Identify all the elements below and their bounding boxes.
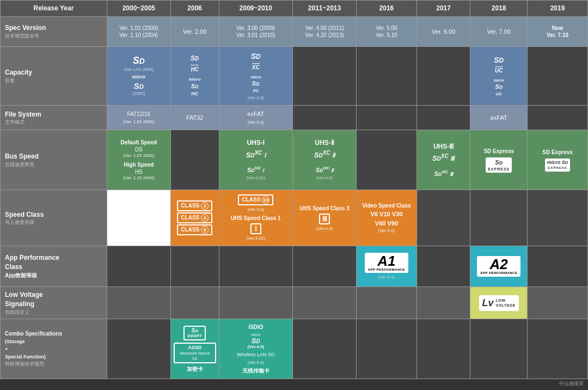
fs-2019: [528, 106, 588, 130]
appperf-label: App PerformanceClass App效能等级: [1, 246, 107, 287]
lowvoltage-label: Low VoltageSignaling 低电压定义: [1, 287, 107, 319]
lv-2009: [219, 287, 292, 319]
col-header-2016: 2016: [357, 1, 417, 17]
sc-2000: [107, 190, 170, 246]
combo-2011: [293, 319, 357, 379]
combo-2000: [107, 319, 170, 379]
spec-2017: Ver. 6.00: [416, 17, 470, 47]
col-header-label: Release Year: [1, 1, 107, 17]
sc-2006: CLASS 2 CLASS 4 CLASS 6: [170, 190, 219, 246]
col-header-2006: 2006: [170, 1, 219, 17]
sd-card-spec-table: Release Year 2000~2005 2006 2009~2010 20…: [0, 0, 588, 379]
fs-2018: exFAT: [470, 106, 528, 130]
ap-2006: [170, 246, 219, 287]
bus-2011: UHS-Ⅱ SDXC Ⅱ SDHC Ⅱ (Ver.4.0): [293, 130, 357, 190]
speedclass-label: Speed Class 写入速度等级: [1, 190, 107, 246]
sc-2016: Video Speed Class V6 V10 V30 V60 V90 (Ve…: [357, 190, 417, 246]
col-header-2000: 2000~2005: [107, 1, 170, 17]
combo-2019: [528, 319, 588, 379]
spec-2000: Ver. 1.01 (2000) Ver. 1.10 (2004): [107, 17, 170, 47]
sc-2017: [416, 190, 470, 246]
lowvoltage-row: Low VoltageSignaling 低电压定义 Lv LOW VOLTAG…: [1, 287, 588, 319]
capacity-2009: SD XC micro SD XC (Ver.3.0): [219, 47, 292, 106]
fs-2016: [357, 106, 417, 130]
spec-2018: Ver. 7.00: [470, 17, 528, 47]
lv-2011: [293, 287, 357, 319]
bus-2018: SD Express SD EXPRESS: [470, 130, 528, 190]
combo-row: Combo Specifications(Storage+Special Fun…: [1, 319, 588, 379]
main-table-wrapper: Release Year 2000~2005 2006 2009~2010 20…: [0, 0, 588, 388]
header-row: Release Year 2000~2005 2006 2009~2010 20…: [1, 1, 588, 17]
ap-2017: [416, 246, 470, 287]
col-header-2011: 2011~2013: [293, 1, 357, 17]
capacity-label: Capacity 容量: [1, 47, 107, 106]
lv-2006: [170, 287, 219, 319]
spec-2006: Ver. 2.00: [170, 17, 219, 47]
fs-2009: exFAT(Ver.3.0): [219, 106, 292, 130]
combo-2009: iSDIO micro SD (Ver.4.0) Wireless LAN SD…: [219, 319, 292, 379]
busspeed-label: Bus Speed 总线速度带宽: [1, 130, 107, 190]
combo-label: Combo Specifications(Storage+Special Fun…: [1, 319, 107, 379]
combo-2017: [416, 319, 470, 379]
fs-2006: FAT32: [170, 106, 219, 130]
ap-2019: [528, 246, 588, 287]
spec-2011: Ver. 4.00 (2011) Ver. 4.20 (2013): [293, 17, 357, 47]
fs-2000: FAT12/16(Ver. 1.01 2000): [107, 106, 170, 130]
col-header-2009: 2009~2010: [219, 1, 292, 17]
sc-2011: UHS Speed Class 3 Ⅲ (Ver.4.2): [293, 190, 357, 246]
bus-2006: [170, 130, 219, 190]
lv-2018: Lv LOW VOLTAGE: [470, 287, 528, 319]
bus-2000: Default Speed DS (Ver. 1.01 2000) High S…: [107, 130, 170, 190]
lv-2017: [416, 287, 470, 319]
fs-2011: [293, 106, 357, 130]
ap-2009: [219, 246, 292, 287]
bus-2019: SD Express micro SD EXPRESS: [528, 130, 588, 190]
capacity-2006: SD HC micro SD HC: [170, 47, 219, 106]
fs-2017: [416, 106, 470, 130]
ap-2016: A1 APP PERFORMANCE (Ver.5.1): [357, 246, 417, 287]
ap-2011: [293, 246, 357, 287]
bus-2009: UHS-I SDXC Ⅰ SDHC Ⅰ (Ver.3.01): [219, 130, 292, 190]
watermark: 什么值得买: [0, 379, 588, 388]
appperf-row: App PerformanceClass App效能等级 A1 APP PERF…: [1, 246, 588, 287]
spec-2016: Ver. 5.00 Ver. 5.10: [357, 17, 417, 47]
col-header-2017: 2017: [416, 1, 470, 17]
capacity-2000: SD (Ver.1.01 2000) micro SD (2005): [107, 47, 170, 106]
col-header-2019: 2019: [528, 1, 588, 17]
bus-2017: UHS-Ⅲ SDXC Ⅲ SDHC Ⅲ: [416, 130, 470, 190]
spec-2019: New Ver. 7.10: [528, 17, 588, 47]
combo-2006: SD SMART ASSD Advanced Secure SD 加密卡: [170, 319, 219, 379]
capacity-2011: [293, 47, 357, 106]
sc-2019: [528, 190, 588, 246]
capacity-2019: [528, 47, 588, 106]
combo-2018: [470, 319, 528, 379]
bus-2016: [357, 130, 417, 190]
sc-2009: CLASS 10 (Ver.3.0) UHS Speed Class 1 Ⅰ (…: [219, 190, 292, 246]
busspeed-row: Bus Speed 总线速度带宽 Default Speed DS (Ver. …: [1, 130, 588, 190]
spec-version-label: Spec Version 技术规范版本号: [1, 17, 107, 47]
capacity-row: Capacity 容量 SD (Ver.1.01 2000) micro SD …: [1, 47, 588, 106]
capacity-2016: [357, 47, 417, 106]
lv-2000: [107, 287, 170, 319]
filesystem-row: File System 文件格式 FAT12/16(Ver. 1.01 2000…: [1, 106, 588, 130]
filesystem-label: File System 文件格式: [1, 106, 107, 130]
capacity-2017: [416, 47, 470, 106]
ap-2000: [107, 246, 170, 287]
capacity-2018: SD UC micro SD UC: [470, 47, 528, 106]
lv-2016: [357, 287, 417, 319]
spec-version-row: Spec Version 技术规范版本号 Ver. 1.01 (2000) Ve…: [1, 17, 588, 47]
col-header-2018: 2018: [470, 1, 528, 17]
lv-2019: [528, 287, 588, 319]
speedclass-row: Speed Class 写入速度等级 CLASS 2 CLASS 4 CLASS…: [1, 190, 588, 246]
combo-2016: [357, 319, 417, 379]
ap-2018: A2 APP PERFORMANCE: [470, 246, 528, 287]
spec-2009: Ver. 3.00 (2009) Ver. 3.01 (2010): [219, 17, 292, 47]
sc-2018: [470, 190, 528, 246]
